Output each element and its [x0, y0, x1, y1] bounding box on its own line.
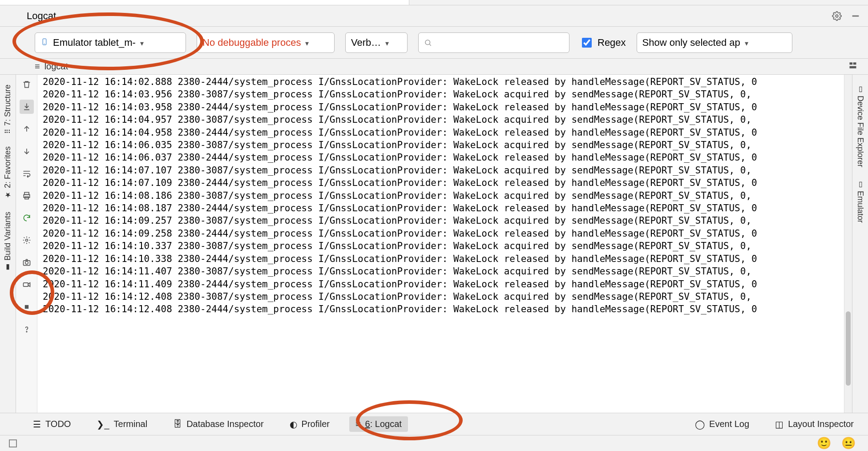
right-tool-rail: ▯ Device File Explorer ▯ Emulator [852, 75, 868, 413]
clear-log-button[interactable] [20, 77, 34, 92]
process-selector[interactable]: No debuggable proces [197, 32, 335, 53]
log-line: 2020-11-12 16:14:09.258 2380-2444/system… [43, 227, 852, 240]
log-search-field[interactable] [432, 37, 564, 48]
search-icon [424, 39, 432, 47]
android-icon: ▮ [4, 263, 12, 272]
terminal-icon: ❯_ [97, 419, 109, 430]
bottom-terminal[interactable]: ❯_ Terminal [90, 416, 153, 432]
regex-checkbox-input[interactable] [582, 38, 592, 48]
bottom-todo[interactable]: ☰ TODO [27, 416, 77, 432]
log-line: 2020-11-12 16:14:07.107 2380-3087/system… [43, 164, 852, 177]
print-button[interactable] [20, 189, 34, 203]
rail-structure[interactable]: ⠿ 7: Structure [3, 78, 12, 140]
regex-checkbox[interactable]: Regex [580, 36, 626, 49]
help-button[interactable] [20, 322, 34, 336]
log-line: 2020-11-12 16:14:10.338 2380-2444/system… [43, 253, 852, 265]
rail-emulator[interactable]: ▯ Emulator [856, 173, 865, 229]
bottom-tool-window-bar: ☰ TODO ❯_ Terminal 🗄 Database Inspector … [0, 413, 868, 435]
log-line: 2020-11-12 16:14:11.407 2380-3087/system… [43, 265, 852, 278]
filter-scope-label: Show only selected ap [642, 37, 740, 48]
gear-icon[interactable] [831, 10, 843, 22]
logcat-icon: ≡ [355, 419, 361, 429]
device-icon [40, 37, 48, 48]
log-search-input[interactable] [418, 32, 569, 53]
scroll-to-end-button[interactable] [20, 100, 34, 114]
device-label: Emulator tablet_m- [53, 37, 136, 48]
status-bar: 🙂 😐 [0, 435, 868, 451]
log-line: 2020-11-12 16:14:08.186 2380-3087/system… [43, 189, 852, 202]
restart-button[interactable] [20, 211, 34, 225]
log-line: 2020-11-12 16:14:10.337 2380-3087/system… [43, 240, 852, 252]
scrollbar-thumb[interactable] [846, 311, 851, 386]
svg-point-14 [25, 262, 28, 265]
logcat-title: Logcat [27, 10, 56, 22]
down-stack-button[interactable] [20, 144, 34, 158]
active-editor-tab[interactable] [0, 0, 409, 5]
minimize-icon[interactable] [849, 10, 862, 22]
log-level-selector[interactable]: Verb… [345, 32, 408, 53]
layout-inspector-icon: ◫ [775, 419, 783, 430]
screenshot-button[interactable] [20, 255, 34, 270]
editor-tab-strip [0, 0, 868, 5]
logcat-main-area: ⠿ 7: Structure ★ 2: Favorites ▮ Build Va… [0, 75, 868, 413]
profiler-icon: ◐ [290, 419, 297, 430]
bottom-profiler[interactable]: ◐ Profiler [283, 416, 336, 432]
vertical-scrollbar[interactable] [844, 75, 852, 413]
rail-favorites[interactable]: ★ 2: Favorites [3, 140, 12, 205]
emulator-icon: ▯ [856, 180, 864, 188]
soft-wrap-button[interactable] [20, 166, 34, 181]
svg-rect-6 [850, 62, 853, 64]
log-line: 2020-11-12 16:14:11.409 2380-2444/system… [43, 278, 852, 290]
log-line: 2020-11-12 16:14:12.408 2380-3087/system… [43, 290, 852, 303]
logcat-tool-column [16, 75, 37, 413]
logcat-filter-bar: Emulator tablet_m- No debuggable proces … [0, 27, 868, 59]
layout-settings-icon[interactable] [848, 61, 857, 72]
svg-point-4 [425, 40, 430, 45]
bottom-event-log[interactable]: ◯ Event Log [689, 416, 755, 432]
log-line: 2020-11-12 16:14:03.956 2380-3087/system… [43, 88, 852, 101]
log-line: 2020-11-12 16:14:06.035 2380-3087/system… [43, 139, 852, 151]
phone-icon: ▯ [856, 85, 864, 93]
svg-rect-8 [850, 66, 856, 68]
bottom-logcat[interactable]: ≡ 6: Logcat [349, 416, 408, 432]
bottom-database-inspector[interactable]: 🗄 Database Inspector [167, 416, 270, 432]
svg-rect-16 [24, 305, 28, 309]
stop-button[interactable] [20, 300, 34, 314]
left-tool-rail: ⠿ 7: Structure ★ 2: Favorites ▮ Build Va… [0, 75, 16, 413]
log-line: 2020-11-12 16:14:06.037 2380-2444/system… [43, 151, 852, 164]
screen-record-button[interactable] [20, 278, 34, 292]
chevron-down-icon [385, 37, 389, 48]
log-line: 2020-11-12 16:14:12.408 2380-2444/system… [43, 303, 852, 315]
log-line: 2020-11-12 16:14:03.958 2380-2444/system… [43, 101, 852, 113]
filter-scope-selector[interactable]: Show only selected ap [637, 32, 792, 53]
svg-rect-15 [23, 283, 28, 286]
device-selector[interactable]: Emulator tablet_m- [35, 32, 186, 53]
logcat-tab-header[interactable]: ≡ logcat [0, 59, 868, 75]
log-level-label: Verb… [351, 37, 381, 48]
svg-point-17 [26, 331, 27, 332]
svg-point-0 [836, 15, 838, 17]
bottom-layout-inspector[interactable]: ◫ Layout Inspector [769, 416, 860, 432]
event-log-icon: ◯ [695, 419, 705, 430]
process-label: No debuggable proces [202, 37, 301, 48]
log-viewport[interactable]: 2020-11-12 16:14:02.888 2380-2444/system… [37, 75, 852, 413]
status-faces: 🙂 😐 [817, 436, 859, 450]
svg-point-12 [25, 239, 28, 242]
logcat-tab-label: logcat [44, 61, 68, 72]
log-lines: 2020-11-12 16:14:02.888 2380-2444/system… [37, 75, 852, 317]
log-line: 2020-11-12 16:14:02.888 2380-2444/system… [43, 76, 852, 88]
log-line: 2020-11-12 16:14:09.257 2380-3087/system… [43, 214, 852, 227]
log-line: 2020-11-12 16:14:07.109 2380-2444/system… [43, 177, 852, 189]
logcat-tab-icon: ≡ [35, 61, 40, 72]
star-icon: ★ [4, 191, 12, 199]
rail-build-variants[interactable]: ▮ Build Variants [3, 205, 12, 278]
log-line: 2020-11-12 16:14:08.187 2380-2444/system… [43, 202, 852, 214]
log-line: 2020-11-12 16:14:04.957 2380-3087/system… [43, 113, 852, 126]
up-stack-button[interactable] [20, 122, 34, 136]
logcat-settings-button[interactable] [20, 233, 34, 247]
log-line: 2020-11-12 16:14:04.958 2380-2444/system… [43, 126, 852, 139]
status-toggle-icon[interactable] [9, 439, 17, 447]
svg-line-5 [429, 44, 431, 45]
rail-device-file-explorer[interactable]: ▯ Device File Explorer [856, 78, 865, 173]
structure-icon: ⠿ [4, 129, 12, 134]
